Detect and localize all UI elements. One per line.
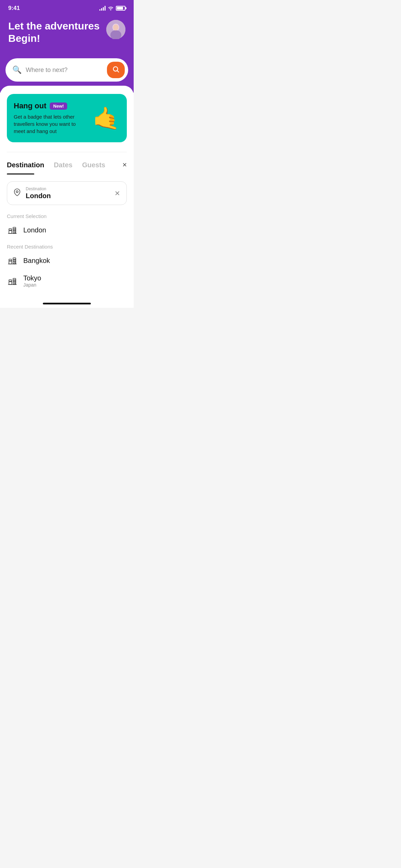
- bangkok-info: Bangkok: [23, 257, 50, 265]
- tokyo-city-name: Tokyo: [23, 274, 41, 282]
- pin-icon: [13, 189, 21, 198]
- signal-icon: [99, 6, 106, 11]
- banner-text: Hang out New! Get a badge that lets othe…: [14, 101, 88, 135]
- hangout-icon: 🤙: [93, 107, 120, 129]
- svg-point-3: [113, 24, 119, 31]
- svg-rect-9: [10, 230, 10, 231]
- svg-rect-32: [15, 280, 16, 280]
- home-bar-container: [7, 296, 127, 308]
- battery-icon: [116, 6, 125, 11]
- header: Let the adventuresBegin!: [0, 14, 134, 58]
- current-city-name: London: [23, 226, 46, 234]
- recent-city-tokyo[interactable]: Tokyo Japan: [7, 274, 127, 288]
- svg-rect-10: [11, 230, 12, 231]
- search-button[interactable]: [107, 62, 125, 78]
- current-selection-section: Current Selection London: [7, 213, 127, 236]
- svg-rect-33: [14, 281, 14, 282]
- status-icons: [99, 5, 125, 11]
- svg-rect-17: [9, 259, 12, 264]
- current-selection-city-row[interactable]: London: [7, 225, 127, 236]
- svg-line-5: [117, 71, 119, 72]
- london-building-icon: [7, 225, 18, 236]
- search-bar[interactable]: 🔍 Where to next?: [5, 58, 128, 82]
- svg-rect-19: [10, 261, 10, 261]
- svg-rect-24: [15, 261, 16, 262]
- svg-rect-20: [11, 261, 12, 261]
- tab-active-indicator: [7, 173, 34, 174]
- wifi-icon: [108, 5, 114, 11]
- svg-rect-13: [14, 230, 14, 231]
- destination-input-box[interactable]: Destination London ✕: [7, 181, 127, 205]
- new-badge: New!: [50, 103, 67, 110]
- search-placeholder[interactable]: Where to next?: [26, 67, 103, 74]
- tab-destination[interactable]: Destination: [7, 161, 44, 172]
- tokyo-city-sub: Japan: [23, 282, 41, 288]
- recent-city-bangkok[interactable]: Bangkok: [7, 255, 127, 266]
- bangkok-city-name: Bangkok: [23, 257, 50, 265]
- bangkok-building-icon: [7, 255, 18, 266]
- status-time: 9:41: [8, 5, 20, 12]
- banner-title: Hang out: [14, 101, 46, 110]
- svg-rect-29: [10, 281, 10, 282]
- svg-rect-30: [11, 281, 12, 282]
- content-area: Hang out New! Get a badge that lets othe…: [0, 86, 134, 308]
- destination-input-label: Destination: [26, 186, 110, 191]
- svg-rect-21: [14, 259, 14, 260]
- svg-point-6: [16, 191, 18, 193]
- destination-clear-button[interactable]: ✕: [114, 189, 120, 197]
- tokyo-building-icon: [7, 276, 18, 287]
- status-bar: 9:41: [0, 0, 134, 14]
- search-button-icon: [112, 65, 120, 75]
- svg-rect-31: [14, 280, 14, 280]
- svg-rect-23: [14, 261, 14, 262]
- destination-input-value[interactable]: London: [26, 192, 110, 200]
- banner-title-row: Hang out New!: [14, 101, 88, 110]
- svg-rect-12: [15, 229, 16, 229]
- tab-underline-container: [7, 173, 127, 174]
- svg-rect-7: [9, 229, 12, 233]
- header-title: Let the adventuresBegin!: [8, 20, 106, 45]
- tokyo-info: Tokyo Japan: [23, 274, 41, 288]
- svg-rect-22: [15, 259, 16, 260]
- destination-input-inner: Destination London: [26, 186, 110, 200]
- banner-description: Get a badge that lets other travellers k…: [14, 113, 88, 135]
- svg-rect-14: [15, 230, 16, 231]
- tab-guests[interactable]: Guests: [82, 161, 105, 172]
- close-button[interactable]: ×: [122, 160, 127, 172]
- recent-destinations-section: Recent Destinations Bangkok: [7, 244, 127, 288]
- current-selection-label: Current Selection: [7, 213, 127, 219]
- avatar[interactable]: [106, 20, 125, 39]
- svg-rect-34: [15, 281, 16, 282]
- recent-destinations-label: Recent Destinations: [7, 244, 127, 250]
- tabs-row: Destination Dates Guests ×: [7, 160, 127, 172]
- tabs-section: Destination Dates Guests ×: [7, 152, 127, 174]
- svg-rect-11: [14, 229, 14, 229]
- search-left-icon: 🔍: [12, 65, 22, 74]
- hangout-banner[interactable]: Hang out New! Get a badge that lets othe…: [7, 94, 127, 142]
- svg-rect-27: [9, 280, 12, 285]
- tab-dates[interactable]: Dates: [54, 161, 72, 172]
- home-bar: [43, 303, 91, 304]
